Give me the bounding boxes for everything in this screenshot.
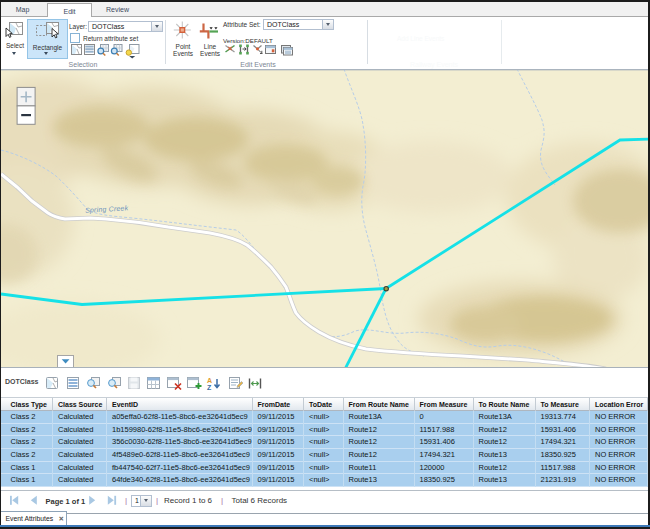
- svg-text:A: A: [207, 377, 212, 384]
- svg-text:Z: Z: [207, 384, 212, 391]
